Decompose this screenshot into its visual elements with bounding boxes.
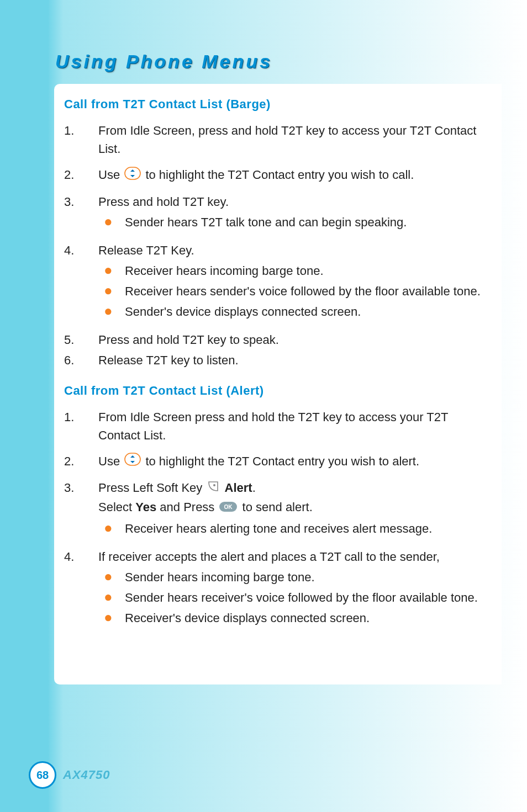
bullet-dot-icon: ●: [98, 302, 125, 321]
svg-text:OK: OK: [224, 504, 233, 510]
bullet-list: ●Sender hears T2T talk tone and can begi…: [98, 213, 486, 231]
bullet-list: ●Receiver hears incoming barge tone. ●Re…: [98, 262, 486, 321]
step-body: If receiver accepts the alert and places…: [98, 548, 486, 629]
step-number: 2.: [64, 166, 98, 185]
section1-steps: 1. From Idle Screen, press and hold T2T …: [64, 121, 486, 369]
svg-point-2: [213, 484, 215, 486]
bullet-text: Receiver's device displays connected scr…: [125, 609, 486, 627]
list-item: 3. Press and hold T2T key. ●Sender hears…: [64, 193, 486, 233]
svg-rect-1: [125, 453, 140, 465]
list-item: 1. From Idle Screen press and hold the T…: [64, 408, 486, 444]
bullet-list: ●Sender hears incoming barge tone. ●Send…: [98, 568, 486, 627]
step-text: Release T2T key to listen.: [98, 351, 486, 369]
bullet-text: Sender hears receiver's voice followed b…: [125, 588, 486, 607]
bullet-dot-icon: ●: [98, 213, 125, 231]
bullet-item: ●Receiver hears incoming barge tone.: [98, 262, 486, 280]
model-label: AX4750: [63, 768, 110, 782]
bullet-text: Receiver hears incoming barge tone.: [125, 262, 486, 280]
step-body: Press and hold T2T key. ●Sender hears T2…: [98, 193, 486, 233]
bullet-item: ●Sender's device displays connected scre…: [98, 302, 486, 321]
step-text: Release T2T Key.: [98, 243, 194, 257]
step-body: Release T2T Key. ●Receiver hears incomin…: [98, 241, 486, 323]
text-post2: to send alert.: [243, 500, 313, 514]
bullet-item: ●Receiver hears sender's voice followed …: [98, 282, 486, 300]
bullet-dot-icon: ●: [98, 609, 125, 627]
ok-key-icon: OK: [219, 499, 238, 517]
text-mid: and Press: [156, 500, 218, 514]
step-text: From Idle Screen, press and hold T2T key…: [98, 121, 486, 158]
bullet-list: ●Receiver hears alerting tone and receiv…: [98, 519, 486, 538]
bullet-dot-icon: ●: [98, 262, 125, 280]
text-post: to highlight the T2T Contact entry you w…: [145, 168, 414, 182]
step-number: 6.: [64, 351, 98, 369]
bullet-text: Sender hears T2T talk tone and can begin…: [125, 213, 486, 231]
step-number: 4.: [64, 548, 98, 629]
list-item: 4. Release T2T Key. ●Receiver hears inco…: [64, 241, 486, 323]
step-text: If receiver accepts the alert and places…: [98, 550, 440, 564]
step-number: 4.: [64, 241, 98, 323]
footer: 68 AX4750: [29, 761, 110, 789]
svg-rect-0: [125, 167, 140, 179]
step-number: 3.: [64, 193, 98, 233]
bullet-dot-icon: ●: [98, 588, 125, 607]
bullet-item: ●Sender hears T2T talk tone and can begi…: [98, 213, 486, 231]
content-panel: Call from T2T Contact List (Barge) 1. Fr…: [54, 84, 502, 684]
page-number: 68: [29, 761, 56, 789]
text-pre: Use: [98, 454, 123, 468]
step-text: From Idle Screen press and hold the T2T …: [98, 408, 486, 444]
alert-label: Alert: [225, 481, 252, 495]
step-number: 1.: [64, 408, 98, 444]
bullet-item: ●Sender hears receiver's voice followed …: [98, 588, 486, 607]
nav-up-down-icon: [124, 167, 141, 185]
bullet-dot-icon: ●: [98, 519, 125, 538]
nav-up-down-icon: [124, 453, 141, 471]
bullet-text: Receiver hears alerting tone and receive…: [125, 519, 486, 538]
step-text: Press and hold T2T key.: [98, 195, 229, 209]
step-body: Use to highlight the T2T Contact entry y…: [98, 452, 486, 471]
left-soft-key-icon: [207, 480, 220, 498]
bullet-text: Sender hears incoming barge tone.: [125, 568, 486, 586]
bullet-text: Sender's device displays connected scree…: [125, 302, 486, 321]
text-pre: Use: [98, 168, 123, 182]
text-post: to highlight the T2T Contact entry you w…: [145, 454, 419, 468]
section2-steps: 1. From Idle Screen press and hold the T…: [64, 408, 486, 629]
left-color-bar: [0, 0, 49, 812]
step-body: Use to highlight the T2T Contact entry y…: [98, 166, 486, 185]
step-number: 5.: [64, 331, 98, 349]
bullet-text: Receiver hears sender's voice followed b…: [125, 282, 486, 300]
list-item: 4. If receiver accepts the alert and pla…: [64, 548, 486, 629]
text-post: .: [252, 481, 256, 495]
page-title: Using Phone Menus: [55, 51, 272, 72]
bullet-item: ●Receiver hears alerting tone and receiv…: [98, 519, 486, 538]
bullet-item: ●Sender hears incoming barge tone.: [98, 568, 486, 586]
list-item: 5. Press and hold T2T key to speak.: [64, 331, 486, 349]
section2-heading: Call from T2T Contact List (Alert): [64, 384, 486, 398]
step-number: 1.: [64, 121, 98, 158]
bullet-item: ●Receiver's device displays connected sc…: [98, 609, 486, 627]
list-item: 6. Release T2T key to listen.: [64, 351, 486, 369]
section1-heading: Call from T2T Contact List (Barge): [64, 97, 486, 112]
bullet-dot-icon: ●: [98, 568, 125, 586]
list-item: 2. Use to highlight the T2T Contact entr…: [64, 166, 486, 185]
list-item: 1. From Idle Screen, press and hold T2T …: [64, 121, 486, 158]
step-body: Press Left Soft Key Alert. Select Yes an…: [98, 479, 486, 539]
step-text: Press and hold T2T key to speak.: [98, 331, 486, 349]
text-pre2: Select: [98, 500, 135, 514]
step-number: 2.: [64, 452, 98, 471]
text-pre: Press Left Soft Key: [98, 481, 205, 495]
yes-label: Yes: [135, 500, 156, 514]
list-item: 3. Press Left Soft Key Alert. Select Yes…: [64, 479, 486, 539]
step-number: 3.: [64, 479, 98, 539]
list-item: 2. Use to highlight the T2T Contact entr…: [64, 452, 486, 471]
bullet-dot-icon: ●: [98, 282, 125, 300]
